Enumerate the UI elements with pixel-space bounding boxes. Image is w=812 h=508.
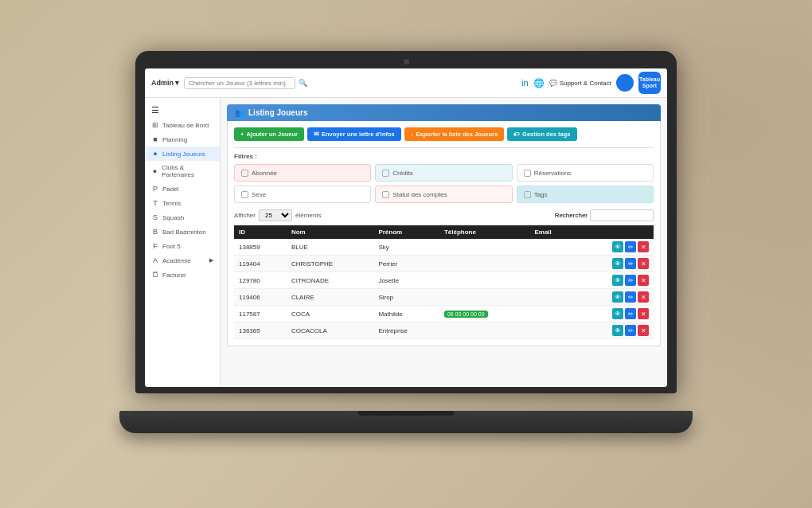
filter-checkbox-tags xyxy=(524,191,531,198)
sidebar-label-planning: Planning xyxy=(162,136,187,143)
tennis-icon: T xyxy=(151,199,159,207)
view-button[interactable]: 👁 xyxy=(612,241,623,252)
sidebar-label-tableau: Tableau de Bord xyxy=(162,122,209,129)
table-search-box: Rechercher xyxy=(555,209,654,221)
filter-label-statut: Statut des comptes xyxy=(392,191,447,198)
delete-button[interactable]: ✕ xyxy=(638,275,649,286)
globe-icon[interactable]: 🌐 xyxy=(533,78,545,88)
col-telephone: Téléphone xyxy=(439,225,530,239)
search-label: Rechercher xyxy=(555,212,588,219)
support-contact[interactable]: 💬 Support & Contact xyxy=(549,80,611,87)
laptop: Admin ▾ 🔍 in 🌐 💬 Support & Contact xyxy=(119,51,693,457)
delete-button[interactable]: ✕ xyxy=(638,291,649,303)
cell-email xyxy=(529,322,575,339)
clubs-icon: ● xyxy=(151,167,158,175)
action-buttons-group: + Ajouter un Joueur ✉ Envoyer une lettre… xyxy=(234,127,654,141)
table-row: 119404 CHRISTOPHE Perrier 👁 ✏ ✕ xyxy=(234,256,654,272)
cell-prenom: Josette xyxy=(373,272,439,289)
filters-label: Filtres : xyxy=(234,153,654,160)
admin-label: Admin xyxy=(151,79,174,87)
add-player-button[interactable]: + Ajouter un Joueur xyxy=(234,127,304,141)
filter-label-abonnee: Abonnée xyxy=(252,170,277,177)
filter-label-tags: Tags xyxy=(534,191,548,198)
sidebar-item-foot5[interactable]: F Foot 5 xyxy=(145,239,220,253)
delete-button[interactable]: ✕ xyxy=(638,241,649,252)
laptop-hinge xyxy=(358,411,454,416)
sidebar-item-tennis[interactable]: T Tennis xyxy=(145,196,220,210)
export-list-button[interactable]: ↓ Exporter la liste des Joueurs xyxy=(404,127,504,141)
phone-badge: 06 00 00 00 00 xyxy=(444,311,488,318)
app: Admin ▾ 🔍 in 🌐 💬 Support & Contact xyxy=(145,68,667,387)
edit-button[interactable]: ✏ xyxy=(625,291,636,303)
dashboard-icon: ⊞ xyxy=(151,121,159,129)
view-button[interactable]: 👁 xyxy=(612,308,623,319)
sidebar-item-planning[interactable]: ■ Planning xyxy=(145,132,220,147)
filter-credits[interactable]: Crédits xyxy=(375,164,512,182)
delete-button[interactable]: ✕ xyxy=(638,258,649,269)
edit-button[interactable]: ✏ xyxy=(625,275,636,286)
filter-tags[interactable]: Tags xyxy=(517,186,654,203)
laptop-screen: Admin ▾ 🔍 in 🌐 💬 Support & Contact xyxy=(145,68,667,387)
view-button[interactable]: 👁 xyxy=(612,291,623,303)
cell-id: 129780 xyxy=(234,272,287,289)
show-label: Afficher xyxy=(234,212,256,219)
cell-email xyxy=(529,256,575,272)
cell-id: 136365 xyxy=(234,322,287,339)
sidebar-label-academie: Académie xyxy=(162,257,191,264)
joueurs-icon: ● xyxy=(151,150,159,158)
cell-actions: 👁 ✏ ✕ xyxy=(575,272,654,289)
table-row: 136365 COCACOLA Entreprise 👁 ✏ ✕ xyxy=(234,322,654,339)
sidebar-label-tennis: Tennis xyxy=(162,200,181,207)
cell-actions: 👁 ✏ ✕ xyxy=(575,239,654,256)
row-action-icons: 👁 ✏ ✕ xyxy=(580,258,649,269)
sidebar-item-clubs[interactable]: ● Clubs & Partenaires xyxy=(145,161,220,182)
linkedin-icon[interactable]: in xyxy=(521,78,529,88)
edit-button[interactable]: ✏ xyxy=(625,258,636,269)
sidebar-item-listing-joueurs[interactable]: ● Listing Joueurs xyxy=(145,147,220,161)
tag-icon: 🏷 xyxy=(513,131,520,138)
sidebar-item-tableau-de-bord[interactable]: ⊞ Tableau de Bord xyxy=(145,118,220,132)
hamburger-icon[interactable]: ☰ xyxy=(145,103,220,118)
col-prenom: Prénom xyxy=(373,225,439,239)
sidebar-label-foot5: Foot 5 xyxy=(162,243,181,250)
table-search-input[interactable] xyxy=(590,209,654,221)
search-input[interactable] xyxy=(184,77,295,89)
cell-telephone xyxy=(439,272,530,289)
filter-statut-comptes[interactable]: Statut des comptes xyxy=(375,186,512,203)
edit-button[interactable]: ✏ xyxy=(625,241,636,252)
add-icon: + xyxy=(240,131,244,138)
manage-tags-button[interactable]: 🏷 Gestion des tags xyxy=(507,127,576,141)
separator xyxy=(234,147,654,148)
show-count-select[interactable]: 25 50 100 xyxy=(259,209,292,221)
padel-icon: P xyxy=(151,185,159,193)
filter-reservations[interactable]: Réservations xyxy=(517,164,654,182)
sidebar-item-squash[interactable]: S Squash xyxy=(145,210,220,225)
view-button[interactable]: 👁 xyxy=(612,325,623,336)
search-icon[interactable]: 🔍 xyxy=(299,79,307,87)
delete-button[interactable]: ✕ xyxy=(638,325,649,336)
filter-checkbox-credits xyxy=(382,170,389,177)
view-button[interactable]: 👁 xyxy=(612,275,623,286)
avatar-icon: 👤 xyxy=(621,80,629,87)
view-button[interactable]: 👁 xyxy=(612,258,623,269)
row-action-icons: 👁 ✏ ✕ xyxy=(580,241,649,252)
sidebar-item-badminton[interactable]: B Bad Badminton xyxy=(145,225,220,239)
cell-id: 117587 xyxy=(234,306,287,322)
cell-email xyxy=(529,289,575,306)
filter-checkbox-statut xyxy=(382,191,389,198)
sidebar-item-padel[interactable]: P Padel xyxy=(145,182,220,196)
cell-nom: CHRISTOPHE xyxy=(287,256,373,272)
edit-button[interactable]: ✏ xyxy=(625,308,636,319)
sidebar-item-academie[interactable]: A Académie ▶ xyxy=(145,253,220,268)
filter-sexe[interactable]: Sexe xyxy=(234,186,371,203)
send-letter-button[interactable]: ✉ Envoyer une lettre d'infos xyxy=(307,127,401,141)
sidebar-item-facturer[interactable]: 🗒 Facturer xyxy=(145,268,220,282)
academie-icon: A xyxy=(151,256,159,264)
user-avatar[interactable]: 👤 xyxy=(616,74,634,92)
admin-menu[interactable]: Admin ▾ xyxy=(151,79,179,87)
filter-abonnee[interactable]: Abonnée xyxy=(234,164,371,182)
delete-button[interactable]: ✕ xyxy=(638,308,649,319)
col-email: Email xyxy=(529,225,575,239)
filters-grid: Abonnée Crédits Réservations xyxy=(234,164,654,203)
edit-button[interactable]: ✏ xyxy=(625,325,636,336)
